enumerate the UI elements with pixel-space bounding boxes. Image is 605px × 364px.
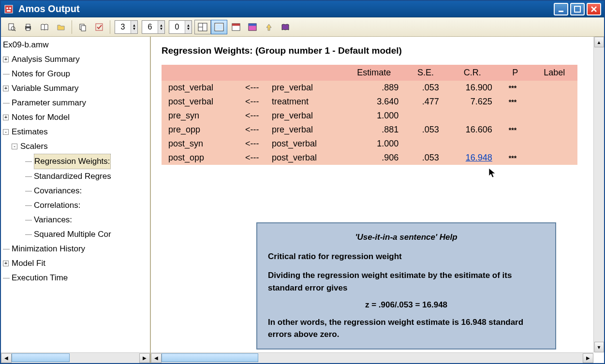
- view-split-button[interactable]: [194, 20, 211, 34]
- cell-p: ***: [499, 151, 531, 165]
- cell-cr[interactable]: 16.948: [446, 151, 499, 165]
- cell-independent: post_verbal: [265, 137, 342, 151]
- col-label: Label: [531, 65, 578, 81]
- table-row: pre_opp<---pre_verbal.881.05316.606***: [162, 123, 577, 137]
- tree-leaf-dash: [3, 278, 10, 278]
- tree-item[interactable]: Minimization History: [1, 242, 150, 256]
- scroll-down-button[interactable]: ▼: [594, 342, 604, 352]
- tree-item[interactable]: +Model Fit: [1, 256, 150, 271]
- tree-item-label: Variable Summary: [12, 81, 79, 96]
- content-hscrollbar[interactable]: ◀ ▶: [151, 352, 593, 363]
- scroll-right-button[interactable]: ▶: [139, 353, 150, 363]
- decimals-spinner-1[interactable]: 3 ▲▼: [115, 20, 138, 34]
- book-button[interactable]: [37, 20, 52, 34]
- tooltip-body: Dividing the regression weight esitimate…: [268, 269, 545, 294]
- open-button[interactable]: [53, 20, 69, 34]
- cell-independent: post_verbal: [265, 151, 342, 165]
- tree-item[interactable]: Correlations:: [1, 198, 150, 213]
- tree-item[interactable]: Parameter summary: [1, 96, 150, 110]
- tree-item[interactable]: +Variable Summary: [1, 81, 150, 96]
- tree-item[interactable]: +Analysis Summary: [1, 52, 150, 67]
- spinner-arrows[interactable]: ▲▼: [185, 21, 192, 33]
- cell-p: ***: [499, 123, 531, 137]
- tree-item[interactable]: Squared Multiple Cor: [1, 227, 150, 242]
- cell-cr: [446, 137, 499, 151]
- minimize-button[interactable]: [554, 3, 568, 15]
- tree-item[interactable]: Notes for Group: [1, 67, 150, 81]
- scroll-left-button[interactable]: ◀: [1, 353, 12, 363]
- col-p: P: [499, 65, 531, 81]
- view-single-button[interactable]: [211, 20, 227, 34]
- tree-item[interactable]: Variances:: [1, 213, 150, 227]
- cell-se: .053: [405, 123, 446, 137]
- tree-item-label: Variances:: [34, 213, 72, 227]
- tree-item[interactable]: Standardized Regres: [1, 169, 150, 184]
- svg-rect-10: [26, 24, 30, 27]
- scroll-thumb[interactable]: [162, 353, 258, 362]
- tree-item[interactable]: -Scalers: [1, 139, 150, 154]
- help-button[interactable]: [278, 20, 293, 34]
- scroll-right-button[interactable]: ▶: [583, 353, 593, 363]
- scroll-left-button[interactable]: ◀: [151, 353, 162, 363]
- copy-button[interactable]: [75, 20, 90, 34]
- cell-cr: 16.606: [446, 123, 499, 137]
- expand-icon[interactable]: +: [3, 115, 9, 120]
- cell-se: .477: [405, 95, 446, 109]
- spinner-value: 0: [169, 23, 185, 31]
- cell-estimate: .906: [342, 151, 405, 165]
- tree-hscrollbar[interactable]: ◀ ▶: [1, 352, 150, 363]
- close-button[interactable]: [587, 3, 601, 15]
- tree-item-label: Minimization History: [12, 242, 85, 256]
- view-wide-button[interactable]: [228, 20, 244, 34]
- print-preview-button[interactable]: [4, 20, 19, 34]
- scroll-thumb[interactable]: [12, 353, 70, 362]
- tree-leaf-dash: [25, 234, 32, 235]
- cell-dependent: post_opp: [162, 151, 239, 165]
- svg-rect-4: [559, 11, 563, 12]
- tree-item[interactable]: Regression Weights:: [1, 154, 150, 169]
- regression-weights-table: Estimate S.E. C.R. P Label post_verbal<-…: [162, 65, 577, 165]
- tooltip-conclusion: In other words, the regression weight es…: [268, 316, 545, 341]
- view-table-button[interactable]: [245, 20, 260, 34]
- help-tooltip: 'Use-it-in-a sentence' Help Critical rat…: [256, 222, 556, 349]
- maximize-button[interactable]: [570, 3, 585, 15]
- tree-leaf-dash: [3, 103, 10, 103]
- collapse-icon[interactable]: -: [12, 144, 17, 149]
- cell-label: [531, 151, 578, 165]
- spinner-arrows[interactable]: ▲▼: [158, 21, 164, 33]
- cell-estimate: 3.640: [342, 95, 405, 109]
- tree-item[interactable]: +Notes for Model: [1, 110, 150, 125]
- tree-item[interactable]: -Estimates: [1, 125, 150, 139]
- decimals-spinner-3[interactable]: 0 ▲▼: [169, 20, 192, 34]
- tree-item-label: Estimates: [12, 125, 48, 139]
- cell-label: [531, 81, 578, 95]
- output-tree: Ex09-b.amw +Analysis SummaryNotes for Gr…: [1, 37, 150, 352]
- tree-item[interactable]: Execution Time: [1, 271, 150, 285]
- print-button[interactable]: [20, 20, 36, 34]
- tree-item[interactable]: Covariances:: [1, 184, 150, 198]
- expand-icon[interactable]: +: [3, 261, 9, 266]
- spinner-value: 3: [115, 23, 131, 31]
- svg-rect-15: [96, 24, 103, 30]
- table-row: post_verbal<---treatment3.640.4777.625**…: [162, 95, 577, 109]
- cell-se: [405, 109, 446, 123]
- tree-file-root[interactable]: Ex09-b.amw: [1, 38, 150, 52]
- up-arrow-button[interactable]: [261, 20, 277, 34]
- collapse-icon[interactable]: -: [3, 129, 9, 135]
- col-cr: C.R.: [446, 65, 499, 81]
- expand-icon[interactable]: +: [3, 86, 9, 91]
- cell-p: [499, 109, 531, 123]
- cell-estimate: .889: [342, 81, 405, 95]
- svg-point-2: [9, 7, 11, 9]
- options-button[interactable]: [91, 20, 107, 34]
- scroll-up-button[interactable]: ▲: [594, 37, 604, 47]
- decimals-spinner-2[interactable]: 6 ▲▼: [142, 20, 165, 34]
- cell-label: [531, 95, 578, 109]
- content-vscrollbar[interactable]: ▲ ▼: [593, 37, 604, 352]
- expand-icon[interactable]: +: [3, 57, 9, 62]
- cell-label: [531, 123, 578, 137]
- toolbar: 3 ▲▼ 6 ▲▼ 0 ▲▼: [1, 17, 604, 37]
- spinner-arrows[interactable]: ▲▼: [131, 21, 137, 33]
- svg-rect-0: [5, 5, 13, 13]
- svg-point-1: [6, 7, 8, 9]
